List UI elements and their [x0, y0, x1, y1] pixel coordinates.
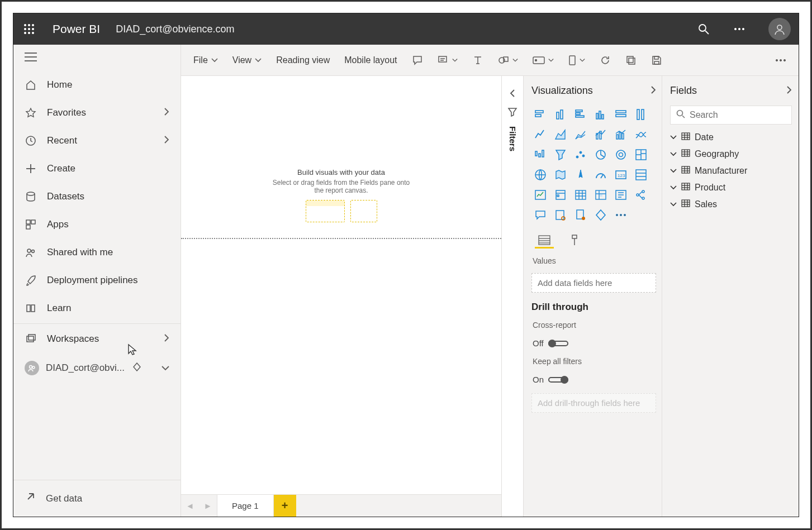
viz-multirow-card-icon[interactable] [632, 166, 650, 184]
viz-paginated-icon[interactable] [572, 206, 590, 224]
nav-create[interactable]: Create [13, 155, 181, 183]
filters-pane-collapsed[interactable]: Filters [501, 76, 524, 517]
viz-stacked-bar-icon[interactable] [531, 106, 549, 123]
viz-azure-map-icon[interactable] [572, 166, 590, 184]
nav-get-data[interactable]: Get data [13, 480, 181, 517]
toolbar-more-icon[interactable] [772, 56, 790, 64]
svg-point-3 [24, 28, 26, 30]
nav-deployment-pipelines[interactable]: Deployment pipelines [13, 266, 181, 294]
viz-ribbon-icon[interactable] [632, 126, 650, 144]
current-workspace[interactable]: DIAD_cort@obvi... [13, 353, 181, 383]
viz-gauge-icon[interactable] [592, 166, 610, 184]
chevron-right-icon[interactable] [650, 85, 656, 97]
viz-stacked-area-icon[interactable] [572, 126, 590, 144]
svg-point-119 [677, 111, 683, 116]
viz-line-icon[interactable] [531, 126, 549, 144]
svg-line-10 [705, 31, 709, 34]
nav-shared[interactable]: Shared with me [13, 238, 181, 266]
menu-file[interactable]: File [190, 53, 221, 68]
page-tab[interactable]: Page 1 [217, 495, 274, 517]
viz-qna-icon[interactable] [531, 206, 549, 224]
viz-format-tab[interactable] [565, 233, 584, 249]
values-drop-area[interactable]: Add data fields here [531, 273, 656, 293]
menu-label: Reading view [276, 55, 330, 65]
user-avatar[interactable] [768, 18, 791, 40]
mobile-layout-button[interactable]: Mobile layout [341, 53, 400, 68]
search-icon[interactable] [694, 19, 714, 39]
field-table[interactable]: Sales [670, 199, 792, 209]
svg-rect-31 [439, 56, 447, 62]
page-next-icon[interactable]: ► [199, 501, 217, 510]
viz-100stacked-bar-icon[interactable] [612, 106, 630, 123]
nav-workspaces[interactable]: Workspaces [13, 325, 181, 353]
comment-icon[interactable] [409, 52, 426, 68]
viz-line-column-icon[interactable] [592, 126, 610, 144]
nav-home[interactable]: Home [13, 71, 181, 99]
viz-kpi-icon[interactable] [531, 186, 549, 204]
save-icon[interactable] [648, 52, 666, 68]
viz-clustered-column-icon[interactable] [592, 106, 610, 123]
svg-point-111 [620, 214, 621, 216]
viz-map-icon[interactable] [531, 166, 549, 184]
viz-donut-icon[interactable] [612, 146, 630, 164]
viz-pie-icon[interactable] [592, 146, 610, 164]
viz-filled-map-icon[interactable] [552, 166, 569, 184]
svg-point-44 [783, 59, 785, 61]
viz-treemap-icon[interactable] [632, 146, 650, 164]
keep-filters-toggle[interactable]: On [531, 374, 656, 385]
svg-rect-54 [602, 114, 604, 119]
breadcrumb-user[interactable]: DIAD_cort@obvience.com [116, 23, 234, 35]
svg-point-13 [742, 28, 744, 30]
add-page-button[interactable]: + [274, 495, 296, 517]
viz-r-icon[interactable] [612, 186, 630, 204]
viz-slicer-icon[interactable] [552, 186, 569, 204]
more-icon[interactable] [729, 19, 749, 39]
textbox-icon[interactable] [469, 52, 487, 68]
field-label: Product [695, 183, 725, 193]
viz-key-influencers-icon[interactable] [552, 206, 569, 224]
viz-decomposition-icon[interactable] [632, 186, 650, 204]
nav-datasets[interactable]: Datasets [13, 183, 181, 211]
reading-view-button[interactable]: Reading view [273, 53, 333, 68]
nav-learn[interactable]: Learn [13, 294, 181, 322]
chat-dropdown-icon[interactable] [434, 52, 461, 68]
viz-table-icon[interactable] [572, 186, 590, 204]
viz-more-icon[interactable] [612, 206, 630, 224]
app-launcher-icon[interactable] [21, 21, 37, 37]
copy-icon[interactable] [622, 52, 640, 68]
field-table[interactable]: Product [670, 183, 792, 193]
nav-favorites[interactable]: Favorites [13, 99, 181, 127]
drill-through-title: Drill through [531, 302, 656, 313]
viz-python-icon[interactable] [592, 206, 610, 224]
field-table[interactable]: Geography [670, 149, 792, 159]
filter-icon [507, 107, 517, 118]
viz-scatter-icon[interactable] [572, 146, 590, 164]
cross-report-toggle[interactable]: Off [531, 337, 656, 349]
report-canvas[interactable]: Build visuals with your data Select or d… [181, 76, 501, 494]
viz-fields-tab[interactable] [535, 233, 554, 249]
visual-dropdown-icon[interactable] [565, 52, 588, 68]
refresh-icon[interactable] [596, 52, 614, 68]
viz-clustered-bar-icon[interactable] [572, 106, 590, 123]
viz-line-clustered-icon[interactable] [612, 126, 630, 144]
fields-search[interactable]: Search [670, 106, 792, 125]
viz-funnel-icon[interactable] [552, 146, 569, 164]
nav-apps[interactable]: Apps [13, 211, 181, 238]
viz-area-icon[interactable] [552, 126, 569, 144]
viz-waterfall-icon[interactable] [531, 146, 549, 164]
field-table[interactable]: Manufacturer [670, 166, 792, 176]
field-table[interactable]: Date [670, 132, 792, 142]
drill-drop-area[interactable]: Add drill-through fields here [531, 393, 656, 413]
viz-stacked-column-icon[interactable] [552, 106, 569, 123]
viz-card-icon[interactable]: 123 [612, 166, 630, 184]
chevron-right-icon[interactable] [786, 85, 792, 97]
viz-matrix-icon[interactable] [592, 186, 610, 204]
shapes-dropdown-icon[interactable] [495, 52, 521, 68]
menu-view[interactable]: View [229, 53, 265, 68]
buttons-dropdown-icon[interactable] [529, 54, 557, 66]
svg-point-72 [619, 153, 623, 157]
viz-100stacked-column-icon[interactable] [632, 106, 650, 123]
nav-recent[interactable]: Recent [13, 127, 181, 155]
hamburger-icon[interactable] [13, 45, 181, 71]
page-prev-icon[interactable]: ◄ [181, 501, 199, 510]
